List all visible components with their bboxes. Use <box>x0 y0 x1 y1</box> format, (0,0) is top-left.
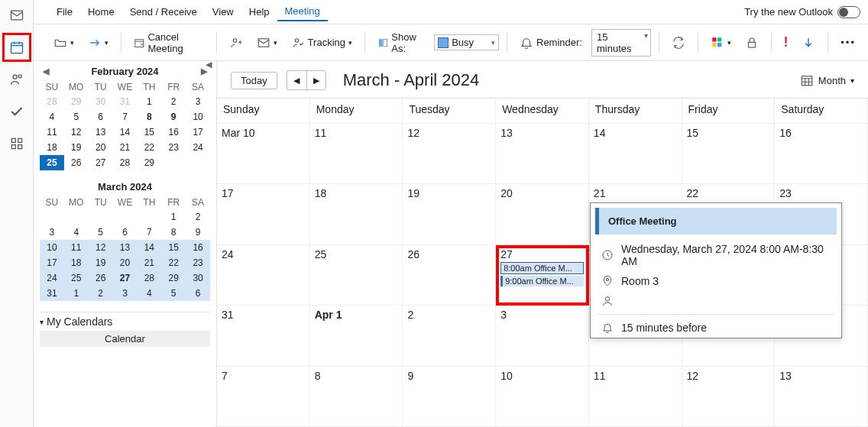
day-cell[interactable]: 11 <box>589 367 682 428</box>
menu-help[interactable]: Help <box>241 3 277 21</box>
minical-day[interactable]: 18 <box>64 255 89 270</box>
minical-day[interactable]: 27 <box>89 155 113 170</box>
day-cell[interactable]: Apr 1 <box>310 306 403 367</box>
day-cell[interactable]: 18 <box>310 184 403 245</box>
day-cell[interactable]: 7 <box>217 367 310 428</box>
minical-day[interactable]: 30 <box>89 94 113 109</box>
minical-day[interactable]: 21 <box>137 255 161 270</box>
add-attendee-icon[interactable] <box>225 33 248 53</box>
minical-day[interactable]: 10 <box>186 109 210 125</box>
minical-day[interactable]: 28 <box>40 94 64 109</box>
private-icon[interactable] <box>740 33 763 53</box>
minical-day[interactable]: 29 <box>161 270 186 286</box>
respond-icon[interactable]: ▾ <box>252 33 282 53</box>
day-cell[interactable]: 13 <box>775 367 868 428</box>
day-cell[interactable]: 25 <box>310 245 403 306</box>
mail-icon[interactable] <box>6 5 28 26</box>
minical-day[interactable]: 24 <box>40 270 64 286</box>
minical-day[interactable]: 12 <box>89 240 113 255</box>
today-button[interactable]: Today <box>231 72 277 89</box>
day-cell[interactable]: 15 <box>682 124 776 185</box>
minical-day[interactable]: 1 <box>137 94 161 109</box>
minical-day[interactable] <box>64 209 89 225</box>
minical-day[interactable]: 3 <box>186 94 210 109</box>
minical-day[interactable]: 31 <box>40 286 64 301</box>
day-cell[interactable]: 13 <box>496 124 589 185</box>
minical-day[interactable] <box>113 209 138 225</box>
menu-sendreceive[interactable]: Send / Receive <box>122 3 205 21</box>
minical-day[interactable]: 25 <box>64 270 89 286</box>
day-cell[interactable]: 31 <box>217 306 310 367</box>
minical-day[interactable]: 25 <box>40 155 64 170</box>
minical-day[interactable]: 17 <box>186 125 210 140</box>
day-cell[interactable]: 11 <box>310 124 403 185</box>
day-cell[interactable]: 16 <box>775 124 868 185</box>
minical-day[interactable]: 11 <box>40 125 64 140</box>
calendar-item[interactable]: Calendar <box>40 331 210 347</box>
minical-day[interactable]: 2 <box>186 209 210 225</box>
minical-day[interactable]: 21 <box>113 140 138 155</box>
high-importance-icon[interactable]: ! <box>779 31 792 53</box>
day-cell[interactable]: 24 <box>217 245 310 306</box>
minical-day[interactable]: 28 <box>113 155 138 170</box>
people-icon[interactable] <box>6 69 28 90</box>
minical-day[interactable]: 2 <box>89 286 113 301</box>
minical-day[interactable]: 15 <box>161 240 186 255</box>
recurrence-icon[interactable] <box>667 33 690 53</box>
toggle-icon[interactable] <box>837 6 860 18</box>
minical-day[interactable]: 16 <box>186 240 210 255</box>
minical-day[interactable]: 8 <box>161 225 186 240</box>
day-cell[interactable]: 3 <box>496 306 589 367</box>
minical-day[interactable]: 6 <box>186 286 210 301</box>
minical-day[interactable]: 28 <box>137 270 161 286</box>
cancel-meeting-button[interactable]: Cancel Meeting <box>129 28 209 57</box>
minical-day[interactable]: 5 <box>161 286 186 301</box>
menu-home[interactable]: Home <box>80 3 122 21</box>
day-cell[interactable]: 8 <box>310 367 403 428</box>
day-cell[interactable]: 17 <box>217 184 310 245</box>
prev-month-icon[interactable]: ◀ <box>43 66 49 76</box>
minical-day[interactable]: 29 <box>137 155 161 170</box>
minical-day[interactable]: 8 <box>137 109 161 125</box>
minical-day[interactable]: 19 <box>64 140 89 155</box>
minical-day[interactable]: 10 <box>40 240 64 255</box>
day-cell[interactable]: 12 <box>682 367 776 428</box>
day-cell[interactable]: 10 <box>496 367 589 428</box>
menu-file[interactable]: File <box>49 3 80 21</box>
minical-day[interactable] <box>40 209 64 225</box>
low-importance-icon[interactable] <box>797 33 820 53</box>
apps-icon[interactable] <box>6 133 28 154</box>
minical-day[interactable]: 6 <box>89 109 113 125</box>
minical-day[interactable]: 3 <box>113 286 138 301</box>
day-cell[interactable]: 2 <box>403 306 496 367</box>
minical-day[interactable]: 26 <box>89 270 113 286</box>
showas-dropdown[interactable]: Busy ▾ <box>434 34 499 50</box>
minical-day[interactable]: 15 <box>137 125 161 140</box>
minical-day[interactable]: 16 <box>161 125 186 140</box>
minical-day[interactable]: 23 <box>186 255 210 270</box>
day-cell[interactable]: 9 <box>403 367 496 428</box>
minical-day[interactable]: 7 <box>113 109 138 125</box>
minical-day[interactable]: 14 <box>137 240 161 255</box>
forward-icon[interactable]: ▾ <box>83 33 113 53</box>
try-new-outlook[interactable]: Try the new Outlook <box>744 6 860 18</box>
minical-day[interactable]: 17 <box>40 255 64 270</box>
minical-day[interactable]: 4 <box>40 109 64 125</box>
minical-day[interactable]: 5 <box>89 225 113 240</box>
categorize-icon[interactable]: ▾ <box>706 33 736 53</box>
minical-day[interactable]: 6 <box>113 225 138 240</box>
minical-day[interactable]: 4 <box>137 286 161 301</box>
minical-day[interactable]: 7 <box>137 225 161 240</box>
minical-day[interactable]: 11 <box>64 240 89 255</box>
minical-day[interactable]: 31 <box>113 94 138 109</box>
minical-day[interactable] <box>89 209 113 225</box>
minical-day[interactable]: 5 <box>64 109 89 125</box>
tracking-button[interactable]: Tracking▾ <box>287 33 357 53</box>
minical-day[interactable]: 9 <box>161 109 186 125</box>
minical-day[interactable]: 29 <box>64 94 89 109</box>
minical-day[interactable]: 19 <box>89 255 113 270</box>
next-range-button[interactable]: ▶ <box>306 70 326 90</box>
my-calendars-header[interactable]: ▾My Calendars <box>40 312 210 331</box>
minical-day[interactable]: 23 <box>161 140 186 155</box>
minical-day[interactable]: 1 <box>64 286 89 301</box>
